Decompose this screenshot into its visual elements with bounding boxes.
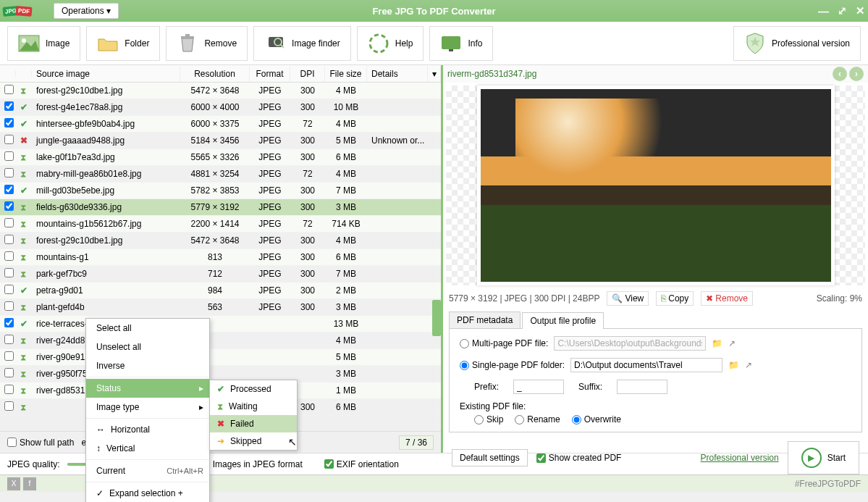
tab-pdf-metadata[interactable]: PDF metadata: [449, 311, 521, 328]
scrollbar[interactable]: [432, 300, 441, 336]
table-row[interactable]: ⧗mountains-g1b5612b67.jpg2200 × 1414JPEG…: [0, 216, 441, 233]
maximize-button[interactable]: ⤢: [838, 4, 847, 17]
table-row[interactable]: ⧗mountains-g1813JPEG3006 MB: [0, 249, 441, 266]
row-checkbox[interactable]: [4, 101, 14, 111]
submenu-waiting[interactable]: ⧗Waiting: [210, 398, 297, 415]
operations-dropdown[interactable]: Operations ▾: [54, 3, 119, 19]
menu-unselect-all[interactable]: Unselect all: [86, 338, 209, 356]
row-checkbox[interactable]: [4, 201, 14, 211]
menu-expand-selection[interactable]: ✓Expand selection +: [86, 484, 209, 502]
images-jpeg-checkbox[interactable]: Images in JPEG format: [201, 459, 303, 469]
open-external-icon[interactable]: ↗: [745, 360, 752, 370]
prev-image-button[interactable]: ‹: [833, 67, 847, 81]
table-row[interactable]: ✔mill-gd03be5ebe.jpg5782 × 3853JPEG3007 …: [0, 183, 441, 199]
row-checkbox[interactable]: [4, 385, 14, 394]
col-filesize[interactable]: File size: [325, 66, 367, 82]
singlepage-path-input[interactable]: [570, 358, 722, 372]
col-format[interactable]: Format: [250, 66, 290, 82]
professional-version-button[interactable]: Professional version: [733, 26, 861, 61]
submenu-processed[interactable]: ✔Processed: [210, 380, 297, 398]
table-row[interactable]: ✔hintersee-gbfe9b0ab4.jpg6000 × 3375JPEG…: [0, 116, 441, 133]
show-created-checkbox[interactable]: Show created PDF: [536, 453, 622, 463]
minimize-button[interactable]: —: [818, 5, 829, 17]
professional-version-link[interactable]: Professional version: [701, 453, 779, 463]
close-button[interactable]: ✕: [856, 4, 865, 17]
menu-vertical[interactable]: ↕Vertical: [86, 439, 209, 458]
existing-overwrite-radio[interactable]: Overwrite: [572, 414, 621, 424]
row-checkbox[interactable]: [4, 85, 14, 94]
row-checkbox[interactable]: [4, 335, 14, 344]
existing-skip-radio[interactable]: Skip: [474, 414, 503, 424]
menu-image-type[interactable]: Image type▸: [86, 398, 209, 417]
row-checkbox[interactable]: [4, 285, 14, 294]
menu-inverse[interactable]: Inverse: [86, 356, 209, 375]
table-row[interactable]: ⧗plant-gefd4b563JPEG3003 MB: [0, 299, 441, 316]
svg-point-7: [370, 35, 387, 52]
view-button[interactable]: 🔍View: [607, 291, 649, 306]
menu-select-all[interactable]: Select all: [86, 319, 209, 338]
help-button[interactable]: Help: [357, 26, 424, 61]
existing-rename-radio[interactable]: Rename: [515, 414, 560, 424]
exif-checkbox[interactable]: EXIF orientation: [324, 459, 399, 469]
menu-status[interactable]: Status▸: [86, 379, 209, 398]
add-folder-button[interactable]: Folder: [86, 26, 160, 61]
col-source[interactable]: Source image: [32, 66, 180, 82]
remove-button[interactable]: Remove: [166, 26, 248, 61]
col-dropdown[interactable]: ▾: [428, 66, 441, 82]
table-row[interactable]: ⧗river-g90e915 MB: [0, 349, 441, 366]
row-checkbox[interactable]: [4, 235, 14, 244]
table-row[interactable]: ✔petra-g9d01984JPEG3002 MB: [0, 283, 441, 299]
table-row[interactable]: ⧗mabry-mill-gea86b01e8.jpg4881 × 3254JPE…: [0, 166, 441, 183]
table-row[interactable]: ⧗park-gef7bc9712JPEG3007 MB: [0, 266, 441, 283]
row-checkbox[interactable]: [4, 218, 14, 227]
format-cell: JPEG: [250, 151, 290, 164]
image-finder-button[interactable]: Image finder: [253, 26, 351, 61]
suffix-input[interactable]: [617, 380, 667, 394]
row-checkbox[interactable]: [4, 368, 14, 377]
menu-horizontal[interactable]: ↔Horizontal: [86, 420, 209, 439]
col-details[interactable]: Details: [367, 66, 428, 82]
info-button[interactable]: Info: [429, 26, 493, 61]
facebook-icon[interactable]: f: [23, 477, 36, 490]
browse-folder-icon[interactable]: 📁: [712, 338, 722, 348]
row-checkbox[interactable]: [4, 301, 14, 311]
table-row[interactable]: ✔rice-terraces-13 MB: [0, 316, 441, 332]
singlepage-radio[interactable]: Single-page PDF folder:: [460, 360, 565, 370]
format-cell: JPEG: [250, 234, 290, 247]
next-image-button[interactable]: ›: [849, 67, 864, 81]
prefix-input[interactable]: [513, 380, 564, 394]
row-checkbox[interactable]: [4, 318, 14, 327]
row-checkbox[interactable]: [4, 135, 14, 144]
menu-current[interactable]: CurrentCtrl+Alt+R: [86, 461, 209, 480]
table-row[interactable]: ⧗forest-g29c10dbe1.jpg5472 × 3648JPEG300…: [0, 233, 441, 249]
twitter-icon[interactable]: X: [7, 477, 20, 490]
col-dpi[interactable]: DPI: [290, 66, 325, 82]
browse-folder-icon[interactable]: 📁: [728, 360, 739, 370]
col-resolution[interactable]: Resolution: [180, 66, 250, 82]
row-checkbox[interactable]: [4, 185, 14, 194]
row-checkbox[interactable]: [4, 401, 14, 411]
table-row[interactable]: ⧗fields-g630de9336.jpg5779 × 3192JPEG300…: [0, 199, 441, 216]
remove-preview-button[interactable]: ✖Remove: [701, 291, 753, 306]
tab-output-profile[interactable]: Output file profile: [522, 312, 604, 329]
submenu-failed[interactable]: ✖Failed: [210, 415, 297, 432]
copy-button[interactable]: ⎘Copy: [656, 291, 694, 306]
row-checkbox[interactable]: [4, 118, 14, 127]
table-row[interactable]: ✔forest-g4e1ec78a8.jpg6000 × 4000JPEG300…: [0, 99, 441, 116]
table-row[interactable]: ⧗river-g24dd84 MB: [0, 332, 441, 349]
open-external-icon[interactable]: ↗: [728, 338, 736, 348]
table-row[interactable]: ✖jungle-gaaaad9488.jpg5184 × 3456JPEG300…: [0, 133, 441, 149]
add-image-button[interactable]: Image: [7, 26, 80, 61]
row-checkbox[interactable]: [4, 168, 14, 177]
multipage-radio[interactable]: Multi-page PDF file:: [460, 338, 548, 348]
start-button[interactable]: ▶ Start: [788, 441, 859, 474]
table-row[interactable]: ⧗lake-g0f1b7ea3d.jpg5565 × 3326JPEG3006 …: [0, 149, 441, 166]
row-checkbox[interactable]: [4, 251, 14, 261]
show-full-path-checkbox[interactable]: Show full path: [7, 438, 74, 448]
row-checkbox[interactable]: [4, 351, 14, 361]
row-checkbox[interactable]: [4, 151, 14, 161]
default-settings-button[interactable]: Default settings: [452, 449, 528, 467]
table-row[interactable]: ⧗forest-g29c10dbe1.jpg5472 × 3648JPEG300…: [0, 83, 441, 99]
row-checkbox[interactable]: [4, 268, 14, 277]
submenu-skipped[interactable]: ➔Skipped: [210, 432, 297, 450]
